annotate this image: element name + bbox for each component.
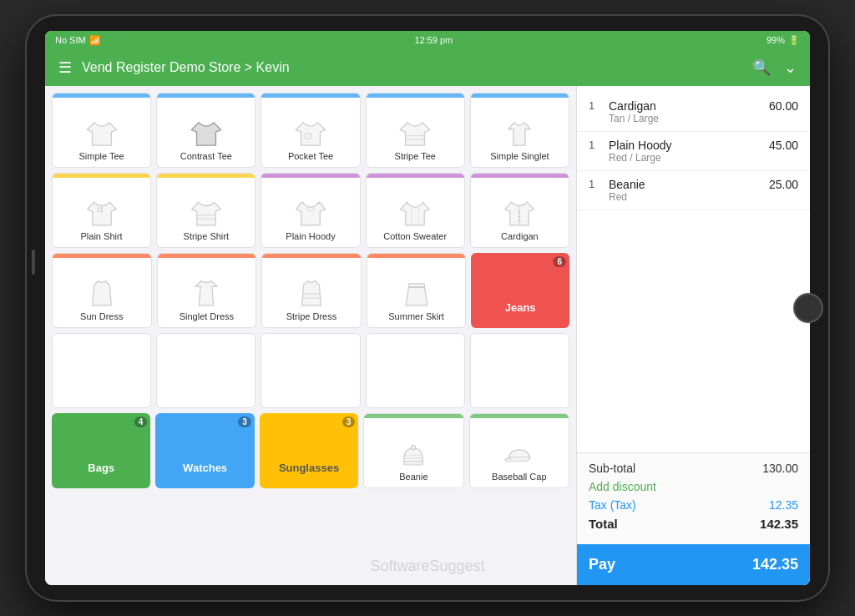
product-empty-1[interactable] (52, 333, 151, 408)
status-bar: No SIM 📶 12:59 pm 99% 🔋 (45, 31, 810, 49)
menu-icon[interactable]: ☰ (58, 58, 72, 77)
product-name: Cardigan (501, 231, 539, 242)
product-name: Watches (183, 462, 227, 475)
product-empty-2[interactable] (156, 333, 255, 408)
discount-label: Add discount (589, 480, 656, 493)
product-plain-hoody[interactable]: Plain Hoody (261, 173, 360, 248)
product-sunglasses[interactable]: 3 Sunglasses (260, 413, 358, 488)
product-name: Plain Shirt (81, 231, 123, 242)
status-time: 12:59 pm (414, 35, 453, 45)
product-simple-tee[interactable]: Simple Tee (52, 93, 151, 168)
chevron-down-icon[interactable]: ⌄ (784, 58, 797, 77)
product-name: Bags (88, 462, 114, 475)
svg-rect-14 (404, 461, 422, 464)
pay-amount: 142.35 (752, 556, 798, 573)
volume-button (32, 250, 35, 275)
cart-discount-row[interactable]: Add discount (589, 480, 798, 493)
product-bags[interactable]: 4 Bags (52, 413, 150, 488)
product-name: Stripe Dress (286, 311, 337, 322)
product-stripe-tee[interactable]: Stripe Tee (366, 93, 465, 168)
cart-subtotal-row: Sub-total 130.00 (589, 462, 798, 475)
product-row-1: Simple Tee Contrast Tee (52, 93, 569, 168)
product-contrast-tee[interactable]: Contrast Tee (156, 93, 255, 168)
product-jeans[interactable]: 6 Jeans (471, 253, 569, 328)
product-name: Beanie (399, 472, 428, 482)
svg-point-9 (519, 215, 521, 218)
cart-item-qty: 1 (589, 139, 602, 151)
cart-item-variant: Red / Large (609, 152, 769, 164)
header-icons: 🔍 ⌄ (752, 58, 797, 77)
product-cardigan[interactable]: Cardigan (470, 173, 569, 248)
cart-item-name: Cardigan (609, 99, 769, 113)
ipad-frame: No SIM 📶 12:59 pm 99% 🔋 ☰ Vend Register … (27, 16, 828, 600)
subtotal-value: 130.00 (762, 462, 798, 475)
product-name: Simple Tee (78, 151, 124, 162)
cart-item[interactable]: 1 Cardigan Tan / Large 60.00 (577, 93, 810, 132)
product-summer-skirt[interactable]: Summer Skirt (367, 253, 467, 328)
product-stripe-shirt[interactable]: Stripe Shirt (156, 173, 255, 248)
cart-item-variant: Tan / Large (609, 113, 769, 124)
svg-rect-13 (408, 284, 424, 287)
pay-button[interactable]: Pay 142.35 (577, 544, 810, 585)
search-icon[interactable]: 🔍 (752, 58, 771, 77)
product-name: Singlet Dress (180, 311, 234, 322)
product-baseball-cap[interactable]: Baseball Cap (469, 413, 569, 488)
bags-badge: 4 (134, 417, 148, 427)
product-name: Sun Dress (80, 311, 123, 322)
product-empty-3[interactable] (261, 333, 360, 408)
product-name: Simple Singlet (490, 151, 549, 162)
svg-rect-18 (510, 457, 529, 461)
product-name: Stripe Shirt (184, 231, 229, 242)
product-name: Pocket Tee (288, 151, 333, 162)
tax-value: 12.35 (769, 498, 798, 512)
total-label: Total (589, 517, 618, 531)
home-button[interactable] (793, 293, 823, 323)
product-row-2: Plain Shirt Stripe Shirt (52, 173, 569, 248)
cart-item[interactable]: 1 Plain Hoody Red / Large 45.00 (577, 132, 810, 171)
sunglasses-badge: 3 (342, 417, 356, 427)
product-simple-singlet[interactable]: Simple Singlet (470, 93, 569, 168)
cart-item-name: Plain Hoody (609, 139, 769, 152)
product-cotton-sweater[interactable]: Cotton Sweater (366, 173, 465, 248)
product-name: Summer Skirt (388, 311, 444, 322)
signal-text: No SIM (55, 35, 86, 45)
cart-item-details: Cardigan Tan / Large (609, 99, 769, 124)
cart-total-row: Total 142.35 (589, 517, 798, 531)
battery-icon: 🔋 (788, 35, 800, 46)
product-beanie[interactable]: Beanie (363, 413, 463, 488)
cart-item[interactable]: 1 Beanie Red 25.00 (577, 171, 810, 210)
product-name: Baseball Cap (492, 472, 546, 482)
header-left: ☰ Vend Register Demo Store > Kevin (58, 58, 290, 77)
product-singlet-dress[interactable]: Singlet Dress (157, 253, 257, 328)
subtotal-label: Sub-total (589, 462, 635, 475)
cart-items: 1 Cardigan Tan / Large 60.00 1 Plain Hoo… (577, 86, 810, 452)
product-empty-4[interactable] (366, 333, 465, 408)
cart-tax-row: Tax (Tax) 12.35 (589, 498, 798, 512)
svg-point-8 (519, 211, 521, 214)
product-plain-shirt[interactable]: Plain Shirt (52, 173, 151, 248)
cart-item-qty: 1 (589, 178, 602, 190)
jeans-badge: 6 (553, 256, 566, 267)
wifi-icon: 📶 (89, 35, 101, 46)
ipad-screen: No SIM 📶 12:59 pm 99% 🔋 ☰ Vend Register … (45, 31, 810, 585)
cart-item-price: 45.00 (769, 139, 798, 152)
product-name: Cotton Sweater (383, 231, 447, 242)
cart-item-details: Beanie Red (609, 178, 769, 203)
product-name: Contrast Tee (180, 151, 232, 162)
product-watches[interactable]: 3 Watches (155, 413, 254, 488)
product-empty-5[interactable] (470, 333, 569, 408)
product-stripe-dress[interactable]: Stripe Dress (261, 253, 362, 328)
product-grid: Simple Tee Contrast Tee (45, 86, 576, 585)
product-name: Sunglasses (279, 462, 339, 475)
product-row-4 (52, 333, 569, 408)
product-name: Plain Hoody (286, 231, 335, 242)
product-pocket-tee[interactable]: Pocket Tee (261, 93, 360, 168)
status-left: No SIM 📶 (55, 35, 101, 46)
cart-item-price: 25.00 (769, 178, 798, 191)
svg-point-15 (412, 445, 416, 449)
cart-item-price: 60.00 (769, 99, 798, 113)
product-name: Stripe Tee (395, 151, 436, 162)
product-sun-dress[interactable]: Sun Dress (52, 253, 152, 328)
product-name: Jeans (505, 301, 536, 315)
product-row-5: 4 Bags 3 Watches 3 Sunglasses (52, 413, 569, 488)
